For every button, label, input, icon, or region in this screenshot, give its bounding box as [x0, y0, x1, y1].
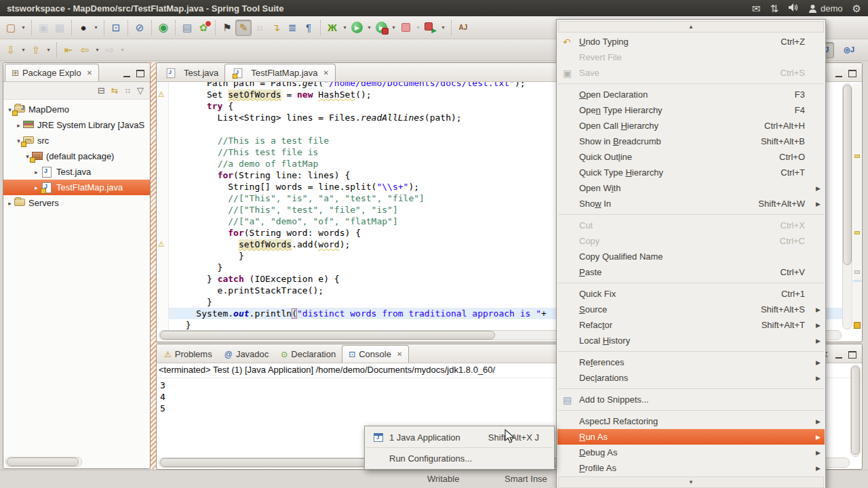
warning-marker[interactable]	[854, 155, 860, 158]
menu-item-undo-typing[interactable]: ↶Undo TypingCtrl+Z	[557, 34, 825, 49]
editor-tab-testflatmap-java[interactable]: TestFlatMap.java✕	[224, 64, 336, 81]
dropdown-arrow-icon[interactable]: ▾	[93, 42, 102, 58]
menu-item-declarations[interactable]: Declarations▶	[557, 370, 825, 386]
dropdown-arrow-icon[interactable]: ▾	[44, 42, 53, 58]
overview-ruler[interactable]	[853, 83, 861, 329]
maximize-icon[interactable]	[848, 70, 856, 77]
console-tab-problems[interactable]: ⚠Problems	[158, 346, 218, 363]
minimize-icon[interactable]	[835, 70, 842, 77]
tab-package-explorer[interactable]: ⊞ Package Explo ✕	[5, 64, 99, 81]
note-arrow-icon[interactable]: ↴	[268, 20, 284, 36]
mail-icon[interactable]: ✉	[752, 3, 761, 14]
dropdown-arrow-icon[interactable]: ▾	[19, 42, 28, 58]
next-annotation-icon[interactable]: ⇩	[3, 42, 19, 58]
menu-item-run-as[interactable]: Run As▶	[557, 429, 825, 445]
menu-item-source[interactable]: SourceShift+Alt+S▶	[557, 302, 825, 317]
dropdown-arrow-icon[interactable]: ▾	[19, 20, 28, 36]
dropdown-arrow-icon[interactable]: ▾	[92, 20, 100, 36]
menu-item-profile-as[interactable]: Profile As▶	[557, 460, 825, 476]
submenu-item-1-java-application[interactable]: 1 Java ApplicationShift+Alt+X J	[366, 427, 553, 447]
dropdown-arrow-icon[interactable]: ▾	[365, 20, 374, 36]
new-note-icon[interactable]: ▤	[179, 20, 195, 36]
skip-breakpoints-icon[interactable]: ⊘	[132, 20, 148, 36]
tree-item-default-package[interactable]: ▾(default package)	[3, 148, 150, 164]
menu-item-quick-type-hierarchy[interactable]: Quick Type HierarchyCtrl+T	[557, 165, 825, 180]
boot-dashboard-icon[interactable]: ◉	[155, 20, 172, 36]
menu-item-paste[interactable]: PasteCtrl+V	[557, 264, 825, 280]
menu-item-copy-qualified-name[interactable]: Copy Qualified Name	[557, 249, 825, 264]
menu-item-references[interactable]: References▶	[557, 354, 825, 370]
console-tab-declaration[interactable]: ⊙Declaration	[275, 346, 342, 363]
menu-item-local-history[interactable]: Local History▶	[557, 333, 825, 348]
menu-scroll-down[interactable]: ▼	[558, 476, 824, 488]
session-menu[interactable]: demo	[808, 3, 843, 14]
focus-icon[interactable]: ⠶	[124, 85, 131, 96]
flashlight-icon[interactable]: ⚑	[219, 20, 235, 36]
menu-item-debug-as[interactable]: Debug As▶	[557, 445, 825, 460]
menu-item-open-declaration[interactable]: Open DeclarationF3	[557, 87, 825, 102]
menu-item-quick-fix[interactable]: Quick FixCtrl+1	[557, 286, 825, 302]
run-icon[interactable]: ▶	[351, 22, 363, 33]
gear-icon[interactable]: ⚙	[852, 3, 861, 14]
new-wizard-icon[interactable]: ▢	[3, 20, 19, 36]
dropdown-arrow-icon[interactable]: ▾	[439, 20, 448, 36]
tree-item-testflatmap-java[interactable]: ▸TestFlatMap.java	[3, 180, 150, 195]
tree-item-servers[interactable]: ▸Servers	[3, 195, 150, 211]
warning-icon[interactable]: ⚠	[158, 91, 165, 98]
java-browsing-perspective[interactable]: ◎J	[838, 42, 860, 58]
run-badge-icon[interactable]: ▶	[376, 22, 387, 33]
stop-icon[interactable]	[401, 23, 410, 32]
terminal-icon[interactable]: ⊡	[108, 20, 124, 36]
tree-item-src[interactable]: ▾src	[3, 133, 150, 148]
info-marker[interactable]	[854, 270, 860, 274]
editor-tab-test-java[interactable]: Test.java	[158, 64, 224, 81]
tree-item-mapdemo[interactable]: ▾MapDemo	[3, 102, 150, 117]
spring-badge-icon[interactable]: ✿	[195, 20, 212, 36]
menu-item-open-call-hierarchy[interactable]: Open Call HierarchyCtrl+Alt+H	[557, 118, 825, 134]
debug-icon[interactable]: Ж	[324, 20, 340, 36]
highlighter-icon[interactable]: ✎	[235, 20, 252, 36]
occurrences-indicator[interactable]	[854, 322, 861, 329]
relaunch-icon[interactable]: ▶	[422, 20, 439, 36]
view-list-icon[interactable]: ≣	[284, 20, 300, 36]
tree-item-jre-system-library-javas[interactable]: ▸JRE System Library [JavaS	[3, 117, 150, 133]
collapse-all-icon[interactable]: ⊟	[98, 85, 105, 96]
menu-item-aspectj-refactoring[interactable]: AspectJ Refactoring▶	[557, 413, 825, 429]
console-tab-console[interactable]: ⊡Console✕	[342, 345, 409, 363]
show-whitespace-icon[interactable]: ¶	[300, 20, 317, 36]
menu-item-add-to-snippets[interactable]: ▤Add to Snippets...	[557, 392, 825, 407]
speaker-icon[interactable]	[788, 3, 799, 14]
aspectj-icon[interactable]: AJ	[455, 20, 471, 36]
tree-item-test-java[interactable]: ▸Test.java	[3, 164, 150, 180]
last-edit-location-icon[interactable]: ⇤	[60, 42, 77, 58]
menu-item-refactor[interactable]: RefactorShift+Alt+T▶	[557, 317, 825, 333]
sync-arrows-icon[interactable]: ⇅	[770, 3, 778, 14]
minimize-icon[interactable]	[835, 352, 842, 359]
tree-expand-icon[interactable]: ▸	[33, 169, 40, 176]
menu-item-open-type-hierarchy[interactable]: Open Type HierarchyF4	[557, 102, 825, 118]
tree-expand-icon[interactable]: ▸	[33, 184, 40, 191]
warning-icon[interactable]: ⚠	[158, 241, 165, 248]
menu-item-open-with[interactable]: Open With▶	[557, 180, 825, 196]
close-icon[interactable]: ✕	[87, 69, 92, 77]
tree-expand-icon[interactable]: ▸	[6, 200, 14, 207]
console-vscrollbar[interactable]	[850, 365, 861, 457]
minimize-icon[interactable]	[123, 70, 130, 77]
menu-item-quick-outline[interactable]: Quick OutlineCtrl+O	[557, 149, 825, 165]
menu-item-show-in-breadcrumb[interactable]: Show in BreadcrumbShift+Alt+B	[557, 134, 825, 149]
close-icon[interactable]: ✕	[397, 350, 402, 358]
dropdown-arrow-icon[interactable]: ▾	[389, 20, 398, 36]
view-sash[interactable]	[151, 62, 156, 469]
prev-annotation-icon[interactable]: ⇧	[28, 42, 44, 58]
back-icon[interactable]: ⇦	[77, 42, 93, 58]
menu-item-show-in[interactable]: Show InShift+Alt+W▶	[557, 196, 825, 211]
dropdown-arrow-icon[interactable]: ▾	[340, 20, 349, 36]
warning-marker[interactable]	[854, 231, 860, 235]
menu-scroll-up[interactable]: ▲	[558, 21, 824, 33]
package-explorer-hscrollbar[interactable]	[5, 457, 82, 467]
maximize-icon[interactable]	[136, 70, 144, 77]
user-profile-icon[interactable]: ●	[75, 20, 92, 36]
link-with-editor-icon[interactable]: ⇆	[111, 85, 119, 96]
editor-vscrollbar[interactable]	[842, 83, 852, 329]
close-icon[interactable]: ✕	[323, 69, 329, 77]
